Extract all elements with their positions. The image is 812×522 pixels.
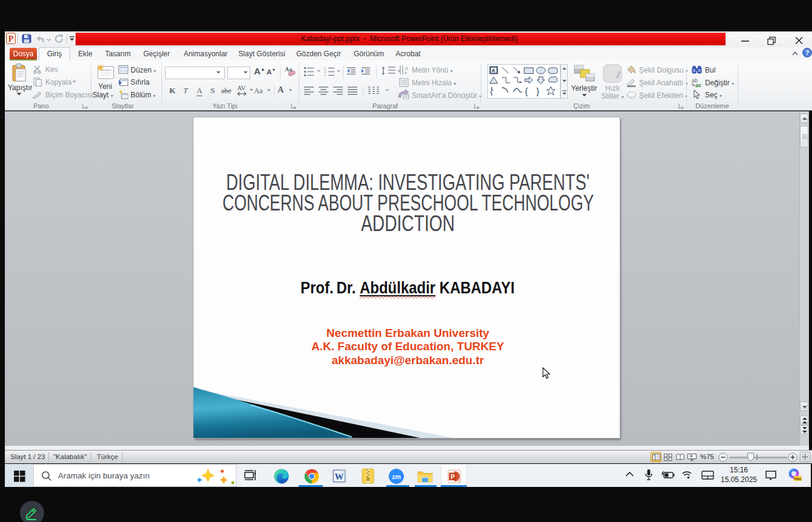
svg-text:AV: AV	[237, 84, 246, 91]
svg-text:PRE: PRE	[794, 477, 801, 481]
svg-text:A: A	[492, 68, 495, 73]
svg-text:?: ?	[805, 49, 810, 56]
svg-text:3: 3	[324, 74, 326, 76]
svg-text:P: P	[8, 34, 14, 44]
svg-text:zm: zm	[392, 473, 401, 480]
svg-text:}: }	[536, 86, 539, 96]
svg-text:P: P	[450, 473, 455, 480]
svg-text:A: A	[404, 65, 409, 71]
svg-text:{: {	[525, 86, 528, 96]
svg-text:W: W	[335, 472, 344, 481]
svg-text:ac: ac	[695, 82, 701, 88]
